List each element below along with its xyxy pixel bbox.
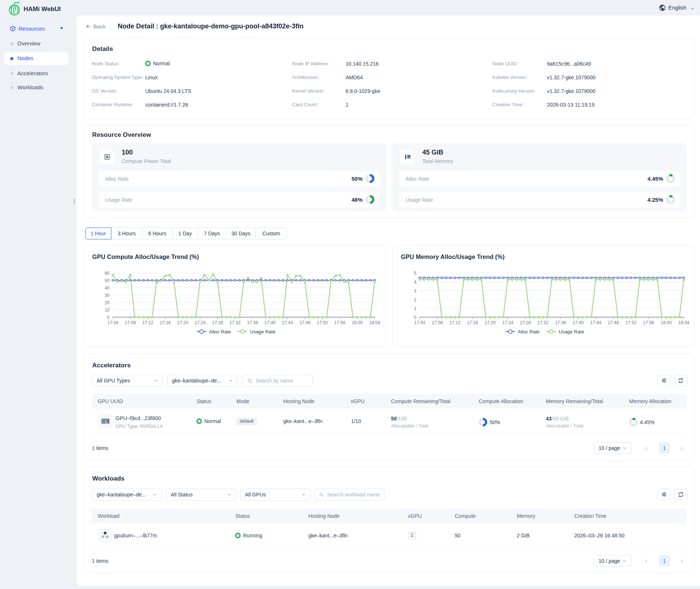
svg-text:18:00: 18:00 <box>352 320 363 325</box>
svg-text:17:52: 17:52 <box>626 320 637 325</box>
svg-text:17:56: 17:56 <box>643 320 654 325</box>
svg-text:Alloc Rate: Alloc Rate <box>518 329 540 335</box>
svg-text:17:28: 17:28 <box>212 320 223 325</box>
svg-text:0: 0 <box>414 315 416 320</box>
svg-text:40: 40 <box>105 285 110 291</box>
svg-text:17:44: 17:44 <box>282 320 293 325</box>
svg-text:Usage Rate: Usage Rate <box>559 329 584 335</box>
svg-text:17:32: 17:32 <box>229 320 240 325</box>
svg-text:18:00: 18:00 <box>661 320 672 325</box>
svg-text:10: 10 <box>105 308 110 313</box>
svg-text:17:12: 17:12 <box>142 320 153 325</box>
svg-text:17:24: 17:24 <box>195 320 206 325</box>
svg-text:17:40: 17:40 <box>573 320 584 325</box>
svg-text:30: 30 <box>105 293 110 298</box>
svg-text:Alloc Rate: Alloc Rate <box>209 329 231 335</box>
svg-text:17:48: 17:48 <box>608 320 619 325</box>
svg-text:17:44: 17:44 <box>590 320 601 325</box>
svg-text:3: 3 <box>414 288 416 294</box>
svg-text:5: 5 <box>414 271 416 276</box>
svg-text:17:16: 17:16 <box>467 320 478 325</box>
svg-text:4: 4 <box>414 280 416 285</box>
svg-text:0: 0 <box>107 315 110 320</box>
svg-text:17:40: 17:40 <box>264 320 276 325</box>
svg-text:17:12: 17:12 <box>449 320 460 325</box>
svg-text:Usage Rate: Usage Rate <box>250 329 276 335</box>
svg-text:17:08: 17:08 <box>125 320 136 325</box>
svg-text:1: 1 <box>414 306 416 311</box>
svg-text:20: 20 <box>105 300 110 305</box>
svg-text:2: 2 <box>414 297 416 302</box>
svg-text:50: 50 <box>105 278 110 283</box>
svg-text:17:20: 17:20 <box>485 320 496 325</box>
svg-text:18:04: 18:04 <box>678 320 689 325</box>
svg-text:17:32: 17:32 <box>537 320 548 325</box>
svg-text:17:04: 17:04 <box>414 320 425 325</box>
svg-text:17:08: 17:08 <box>432 320 443 325</box>
svg-text:17:36: 17:36 <box>247 320 258 325</box>
svg-text:18:04: 18:04 <box>369 320 380 325</box>
svg-text:17:20: 17:20 <box>177 320 188 325</box>
svg-text:17:36: 17:36 <box>555 320 566 325</box>
svg-text:17:48: 17:48 <box>299 320 311 325</box>
svg-text:17:56: 17:56 <box>334 320 345 325</box>
svg-text:17:04: 17:04 <box>107 320 118 325</box>
svg-text:17:24: 17:24 <box>502 320 513 325</box>
svg-text:17:52: 17:52 <box>317 320 328 325</box>
svg-text:17:28: 17:28 <box>520 320 531 325</box>
svg-text:17:16: 17:16 <box>160 320 171 325</box>
svg-text:60: 60 <box>105 271 110 276</box>
